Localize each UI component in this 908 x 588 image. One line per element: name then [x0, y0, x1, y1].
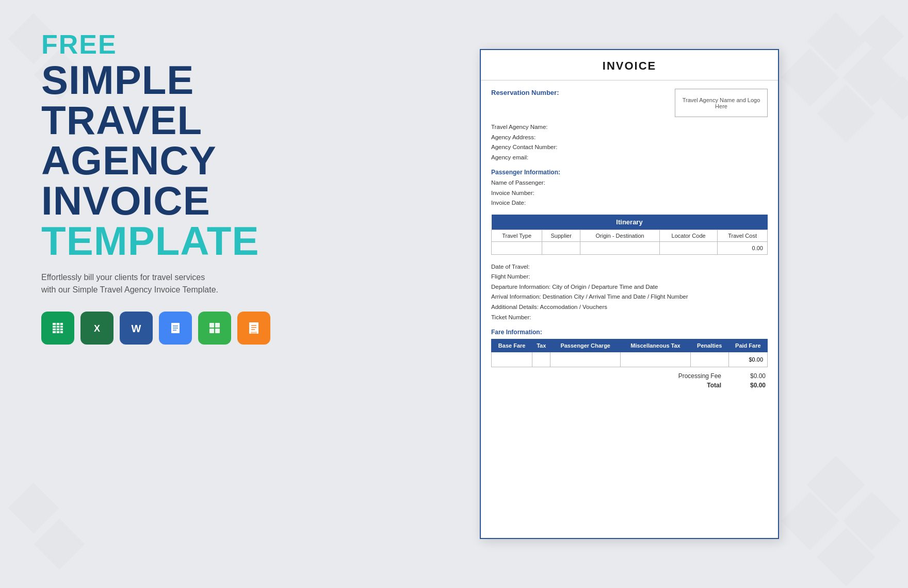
col-locator-code: Locator Code [660, 230, 718, 241]
svg-rect-30 [205, 319, 224, 337]
processing-fee-label: Processing Fee [637, 372, 729, 380]
invoice-date-line: Invoice Date: [491, 198, 768, 208]
cell-supplier [542, 241, 580, 254]
headline-line4: INVOICE [41, 181, 330, 221]
svg-text:X: X [94, 323, 100, 334]
col-misc-tax: Miscellaneous Tax [621, 339, 691, 352]
invoice-body: Reservation Number: Travel Agency Name a… [481, 80, 778, 401]
col-travel-type: Travel Type [492, 230, 542, 241]
svg-rect-34 [215, 329, 220, 333]
invoice-header-row: Reservation Number: Travel Agency Name a… [491, 89, 768, 117]
cell-origin-dest [580, 241, 660, 254]
google-docs-icon [159, 312, 192, 345]
cell-passenger-charge [550, 352, 621, 367]
reservation-label: Reservation Number: [491, 89, 675, 96]
invoice-document: INVOICE Reservation Number: Travel Agenc… [480, 49, 779, 539]
logo-box: Travel Agency Name and Logo Here [675, 89, 768, 117]
col-penalties: Penalties [690, 339, 728, 352]
invoice-number-line: Invoice Number: [491, 188, 768, 199]
itinerary-title-row: Itinerary [492, 215, 768, 230]
right-panel: INVOICE Reservation Number: Travel Agenc… [361, 0, 908, 588]
headline-line5: TEMPLATE [41, 221, 330, 261]
word-icon: W [120, 312, 153, 345]
svg-rect-33 [209, 329, 214, 333]
passenger-section-header: Passenger Information: [491, 169, 768, 176]
app-icons-row: X W [41, 312, 330, 345]
excel-icon: X [80, 312, 113, 345]
cell-paid-fare: $0.00 [728, 352, 767, 367]
itinerary-col-headers: Travel Type Supplier Origin - Destinatio… [492, 230, 768, 241]
flight-number: Flight Number: [491, 272, 768, 282]
itinerary-data-row: 0.00 [492, 241, 768, 254]
subtitle: Effortlessly bill your clients for trave… [41, 271, 289, 296]
svg-rect-32 [215, 323, 220, 328]
agency-info: Travel Agency Name: Agency Address: Agen… [491, 122, 768, 162]
cell-misc-tax [621, 352, 691, 367]
svg-rect-40 [251, 332, 257, 334]
col-origin-dest: Origin - Destination [580, 230, 660, 241]
google-sheets-icon [41, 312, 74, 345]
pages-icon [237, 312, 270, 345]
numbers-icon [198, 312, 231, 345]
passenger-section: Passenger Information: Name of Passenger… [491, 169, 768, 208]
col-tax: Tax [532, 339, 550, 352]
ticket-number: Ticket Number: [491, 313, 768, 323]
headline-line3: AGENCY [41, 140, 330, 181]
additional-details: Additional Details: Accomodation / Vouch… [491, 302, 768, 313]
fare-section-label: Fare Information: [491, 329, 768, 336]
col-travel-cost: Travel Cost [718, 230, 768, 241]
cell-locator-code [660, 241, 718, 254]
arrival-info: Arrival Information: Destination City / … [491, 292, 768, 302]
processing-fee-row: Processing Fee $0.00 [637, 372, 766, 380]
travel-details: Date of Travel: Flight Number: Departure… [491, 262, 768, 322]
passenger-name-line: Name of Passenger: [491, 178, 768, 188]
cell-travel-type [492, 241, 542, 254]
col-paid-fare: Paid Fare [728, 339, 767, 352]
fare-table: Base Fare Tax Passenger Charge Miscellan… [491, 339, 768, 367]
agency-name-line: Travel Agency Name: [491, 122, 768, 133]
reservation-block: Reservation Number: [491, 89, 675, 99]
headline: SIMPLE TRAVEL AGENCY INVOICE TEMPLATE [41, 60, 330, 261]
date-of-travel: Date of Travel: [491, 262, 768, 272]
headline-line2: TRAVEL [41, 100, 330, 140]
totals-section: Processing Fee $0.00 Total $0.00 [491, 372, 768, 391]
headline-line1: SIMPLE [41, 60, 330, 100]
agency-email-line: Agency email: [491, 153, 768, 163]
total-label: Total [637, 382, 729, 389]
svg-rect-31 [209, 323, 214, 328]
cell-travel-cost: 0.00 [718, 241, 768, 254]
itinerary-table: Itinerary Travel Type Supplier Origin - … [491, 215, 768, 255]
invoice-title: INVOICE [481, 50, 778, 80]
fare-section: Fare Information: Base Fare Tax Passenge… [491, 329, 768, 367]
itinerary-title: Itinerary [492, 215, 768, 230]
col-base-fare: Base Fare [492, 339, 532, 352]
processing-fee-value: $0.00 [729, 372, 766, 380]
free-label: FREE [41, 31, 330, 58]
cell-base-fare [492, 352, 532, 367]
agency-address-line: Agency Address: [491, 133, 768, 143]
svg-text:W: W [132, 323, 141, 334]
col-supplier: Supplier [542, 230, 580, 241]
col-passenger-charge: Passenger Charge [550, 339, 621, 352]
fare-header-row: Base Fare Tax Passenger Charge Miscellan… [492, 339, 768, 352]
total-value: $0.00 [729, 382, 766, 389]
total-row: Total $0.00 [637, 382, 766, 389]
cell-tax [532, 352, 550, 367]
fare-data-row: $0.00 [492, 352, 768, 367]
departure-info: Departure Information: City of Origin / … [491, 282, 768, 292]
cell-penalties [690, 352, 728, 367]
left-panel: FREE SIMPLE TRAVEL AGENCY INVOICE TEMPLA… [0, 0, 361, 588]
agency-contact-line: Agency Contact Number: [491, 142, 768, 153]
